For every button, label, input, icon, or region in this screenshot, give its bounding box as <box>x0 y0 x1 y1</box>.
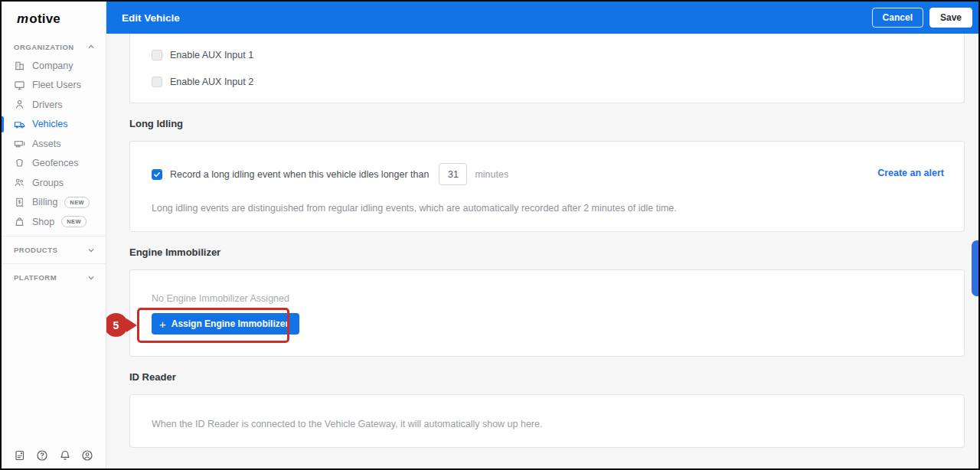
sidebar-item-label: Groups <box>32 178 64 188</box>
sidebar-item-shop[interactable]: Shop NEW <box>2 212 106 232</box>
chevron-up-icon <box>87 43 95 51</box>
long-idling-card: Record a long idling event when this veh… <box>129 141 965 232</box>
sidebar-item-label: Company <box>32 60 74 71</box>
help-icon[interactable] <box>36 449 48 462</box>
sidebar-item-label: Vehicles <box>32 119 68 129</box>
engine-immobilizer-card: No Engine Immobilizer Assigned + Assign … <box>129 269 965 357</box>
billing-icon <box>14 197 25 208</box>
sidebar-divider <box>2 236 106 237</box>
long-idling-section-title: Long Idling <box>129 118 965 129</box>
aux-input-2-label: Enable AUX Input 2 <box>170 77 253 87</box>
sidebar-item-drivers[interactable]: Drivers <box>2 95 106 115</box>
no-immobilizer-text: No Engine Immobilizer Assigned <box>152 293 289 304</box>
whats-new-icon[interactable] <box>14 449 26 462</box>
assign-engine-immobilizer-button[interactable]: + Assign Engine Immobilizer <box>152 313 299 335</box>
plus-icon: + <box>159 318 166 330</box>
app-window: motive ORGANIZATION Company Fleet Users … <box>0 0 980 470</box>
notifications-bell-icon[interactable] <box>59 449 71 462</box>
new-badge: NEW <box>64 197 90 208</box>
long-idling-description: Long idling events are distinguished fro… <box>152 203 942 214</box>
sidebar-item-label: Geofences <box>32 158 78 168</box>
sidebar-item-label: Shop <box>32 217 54 227</box>
trailer-icon <box>14 138 25 149</box>
save-button[interactable]: Save <box>929 8 972 28</box>
monitor-icon <box>14 80 25 91</box>
sidebar-divider <box>2 263 106 264</box>
id-reader-card: When the ID Reader is connected to the V… <box>129 394 965 448</box>
aux-input-1-row: Enable AUX Input 1 <box>152 44 964 67</box>
sidebar-item-label: Billing <box>32 197 57 207</box>
main-area: Edit Vehicle Cancel Save Enable AUX Inpu… <box>106 2 978 468</box>
aux-input-2-row: Enable AUX Input 2 <box>152 70 964 93</box>
checkmark-icon <box>153 171 161 178</box>
annotation-number: 5 <box>113 319 119 331</box>
id-reader-section-title: ID Reader <box>129 371 965 383</box>
long-idling-checkbox-label: Record a long idling event when this veh… <box>170 169 429 180</box>
sidebar-item-label: Drivers <box>32 100 63 110</box>
sidebar-item-fleet-users[interactable]: Fleet Users <box>2 76 106 96</box>
sidebar-section-organization[interactable]: ORGANIZATION <box>2 38 106 56</box>
aux-inputs-card: Enable AUX Input 1 Enable AUX Input 2 <box>129 34 965 103</box>
assign-button-label: Assign Engine Immobilizer <box>172 318 289 329</box>
sidebar-item-label: Fleet Users <box>32 80 81 90</box>
sidebar-item-assets[interactable]: Assets <box>2 134 106 154</box>
header-actions: Cancel Save <box>872 8 972 28</box>
person-icon <box>14 99 25 110</box>
long-idling-setting-row: Record a long idling event when this veh… <box>152 163 942 185</box>
building-icon <box>14 60 25 71</box>
sidebar-footer <box>2 443 106 468</box>
account-icon[interactable] <box>81 449 93 462</box>
long-idling-checkbox[interactable] <box>152 169 162 180</box>
minutes-unit-label: minutes <box>475 169 508 180</box>
sidebar-item-vehicles[interactable]: Vehicles <box>2 115 106 135</box>
page-header: Edit Vehicle Cancel Save <box>106 2 978 34</box>
scrollbar-thumb[interactable] <box>972 240 978 296</box>
aux-input-2-checkbox[interactable] <box>152 77 162 87</box>
geofence-icon <box>14 158 25 169</box>
sidebar-item-geofences[interactable]: Geofences <box>2 154 106 174</box>
motive-logo: motive <box>2 2 106 34</box>
engine-immobilizer-section-title: Engine Immobilizer <box>129 246 965 258</box>
sidebar-section-products[interactable]: PRODUCTS <box>2 241 106 259</box>
sidebar-item-billing[interactable]: Billing NEW <box>2 193 106 213</box>
content-scroll-area: Enable AUX Input 1 Enable AUX Input 2 Lo… <box>106 34 978 468</box>
chevron-down-icon <box>87 246 95 254</box>
shop-icon <box>14 216 25 227</box>
new-badge: NEW <box>61 216 87 227</box>
sidebar-item-label: Assets <box>32 139 61 149</box>
aux-input-1-label: Enable AUX Input 1 <box>170 50 253 60</box>
sidebar-section-platform[interactable]: PLATFORM <box>2 269 106 287</box>
id-reader-empty-text: When the ID Reader is connected to the V… <box>152 419 542 429</box>
aux-input-1-checkbox[interactable] <box>152 50 162 60</box>
people-icon <box>14 177 25 188</box>
sidebar-item-company[interactable]: Company <box>2 56 106 76</box>
organization-label: ORGANIZATION <box>14 43 74 51</box>
cancel-button[interactable]: Cancel <box>872 8 923 28</box>
chevron-down-icon <box>87 274 95 282</box>
logo-m: m <box>17 11 28 26</box>
logo-text: otive <box>29 11 60 26</box>
platform-label: PLATFORM <box>14 273 57 282</box>
sidebar: motive ORGANIZATION Company Fleet Users … <box>2 2 106 468</box>
idle-minutes-input[interactable] <box>439 163 467 185</box>
sidebar-item-groups[interactable]: Groups <box>2 173 106 193</box>
annotation-step-marker: 5 <box>106 313 128 337</box>
products-label: PRODUCTS <box>14 246 57 254</box>
truck-icon <box>14 119 25 130</box>
page-title: Edit Vehicle <box>122 12 180 24</box>
create-alert-link[interactable]: Create an alert <box>877 168 944 178</box>
